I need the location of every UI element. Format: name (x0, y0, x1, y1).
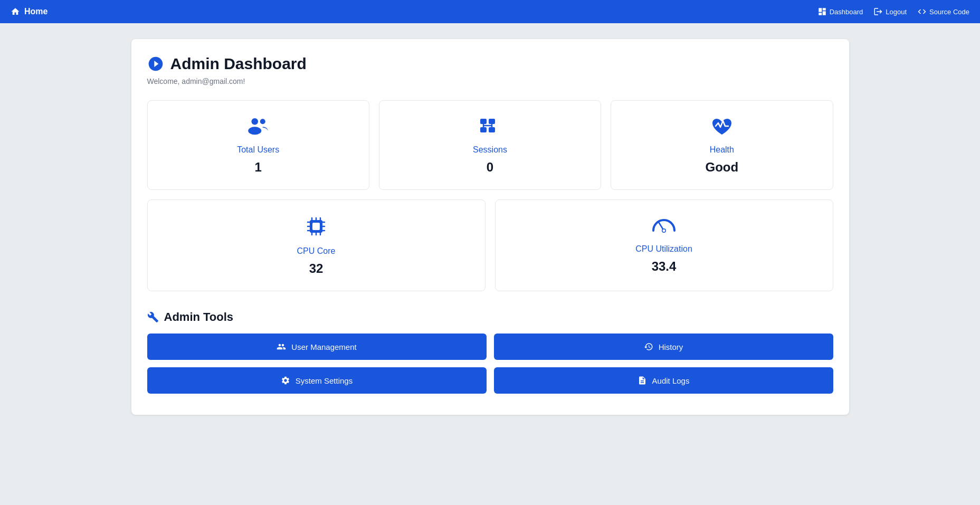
dashboard-icon (817, 7, 827, 16)
speedometer-icon (651, 215, 677, 239)
audit-logs-button[interactable]: Audit Logs (494, 367, 833, 394)
cpu-icon (305, 215, 328, 241)
dashboard-link[interactable]: Dashboard (817, 7, 863, 16)
stat-card-cpu-core: CPU Core 32 (147, 199, 486, 291)
svg-point-1 (260, 119, 265, 124)
navbar: Home Dashboard Logout Source Code (0, 0, 980, 23)
svg-point-0 (252, 118, 259, 125)
users-icon (245, 116, 271, 140)
home-icon (11, 7, 20, 16)
stat-value-cpu-utilization: 33.4 (652, 259, 677, 274)
svg-point-26 (663, 230, 665, 232)
history-icon (644, 342, 653, 351)
stats-row-1: Total Users 1 Sessions (147, 100, 833, 190)
stat-card-cpu-utilization: CPU Utilization 33.4 (495, 199, 833, 291)
navbar-brand-area: Home (11, 7, 47, 16)
stats-row-2: CPU Core 32 CPU Utilization 33.4 (147, 199, 833, 291)
logout-link[interactable]: Logout (873, 7, 907, 16)
svg-rect-11 (312, 223, 320, 230)
stat-label-health: Health (710, 145, 734, 155)
code-icon (917, 7, 927, 16)
main-content: Admin Dashboard Welcome, admin@gmail.com… (121, 23, 860, 431)
user-mgmt-icon (277, 342, 286, 351)
stat-label-cpu-core: CPU Core (297, 246, 336, 256)
stat-value-sessions: 0 (487, 160, 493, 175)
dashboard-title-icon (147, 55, 164, 72)
admin-tools-section: Admin Tools User Management History (147, 310, 833, 394)
stat-value-total-users: 1 (254, 160, 261, 175)
svg-rect-3 (480, 119, 487, 124)
stat-label-sessions: Sessions (473, 145, 507, 155)
svg-rect-4 (489, 119, 495, 124)
system-settings-button[interactable]: System Settings (147, 367, 487, 394)
audit-icon (638, 376, 647, 385)
source-code-link[interactable]: Source Code (917, 7, 969, 16)
stat-card-health: Health Good (611, 100, 833, 190)
history-button[interactable]: History (494, 334, 833, 360)
page-title: Admin Dashboard (147, 55, 833, 73)
user-management-button[interactable]: User Management (147, 334, 487, 360)
settings-icon (281, 376, 290, 385)
sessions-icon (478, 116, 501, 140)
health-icon (710, 116, 734, 140)
logout-icon (873, 7, 883, 16)
stat-card-total-users: Total Users 1 (147, 100, 369, 190)
stat-card-sessions: Sessions 0 (379, 100, 601, 190)
dashboard-card: Admin Dashboard Welcome, admin@gmail.com… (131, 39, 849, 415)
stat-label-total-users: Total Users (237, 145, 279, 155)
svg-point-2 (248, 127, 261, 135)
stat-value-cpu-core: 32 (309, 261, 324, 276)
tools-grid: User Management History System Settings (147, 334, 833, 394)
svg-line-25 (659, 222, 664, 231)
stat-value-health: Good (706, 160, 739, 175)
svg-rect-6 (489, 127, 495, 132)
welcome-text: Welcome, admin@gmail.com! (147, 77, 833, 85)
brand-label[interactable]: Home (24, 7, 47, 16)
svg-rect-5 (480, 127, 487, 132)
stat-label-cpu-utilization: CPU Utilization (635, 244, 692, 254)
admin-tools-title: Admin Tools (147, 310, 833, 324)
tools-icon (147, 311, 159, 323)
navbar-links: Dashboard Logout Source Code (817, 7, 969, 16)
